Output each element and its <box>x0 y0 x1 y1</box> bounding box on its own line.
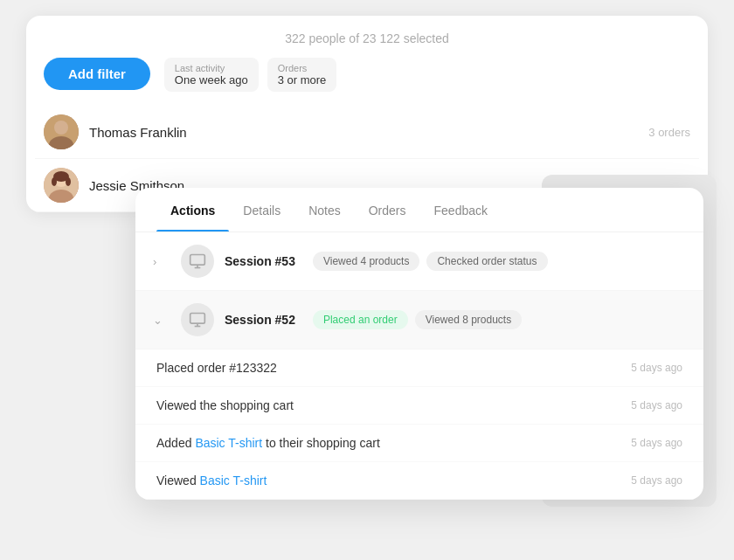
session-number: Session #53 <box>225 254 295 268</box>
activity-link[interactable]: Basic T-shirt <box>195 436 262 450</box>
desktop-icon <box>181 245 214 278</box>
badge-viewed-products: Viewed 4 products <box>313 252 420 271</box>
activity-section: Placed order #123322 5 days ago Viewed t… <box>135 349 703 500</box>
person-orders: 3 orders <box>648 126 690 139</box>
chevron-down-icon[interactable]: ⌄ <box>153 314 170 327</box>
tab-notes[interactable]: Notes <box>294 188 355 232</box>
session-badges: Placed an order Viewed 8 products <box>313 310 686 329</box>
svg-point-8 <box>66 177 71 186</box>
activity-time: 5 days ago <box>631 399 682 411</box>
tab-actions[interactable]: Actions <box>156 188 229 232</box>
filter-tag-value: 3 or more <box>278 73 327 86</box>
person-name: Thomas Franklin <box>89 125 638 140</box>
activity-text: Viewed the shopping cart <box>156 398 620 412</box>
activity-text: Placed order #123322 <box>156 361 620 375</box>
filter-tag-label: Orders <box>278 63 327 73</box>
detail-modal: Actions Details Notes Orders Feedback › … <box>135 188 703 500</box>
session-row-52[interactable]: ⌄ Session #52 Placed an order Viewed 8 p… <box>135 291 703 349</box>
activity-row: Placed order #123322 5 days ago <box>135 349 703 387</box>
desktop-icon <box>181 303 214 336</box>
modal-tabs: Actions Details Notes Orders Feedback <box>135 188 703 232</box>
activity-time: 5 days ago <box>631 437 682 449</box>
activity-row: Viewed the shopping cart 5 days ago <box>135 387 703 425</box>
person-row[interactable]: Thomas Franklin 3 orders <box>35 106 699 159</box>
svg-rect-9 <box>190 255 205 266</box>
badge-viewed-products: Viewed 8 products <box>415 310 523 329</box>
avatar <box>44 114 79 149</box>
activity-link[interactable]: Basic T-shirt <box>200 474 267 487</box>
activity-row: Added Basic T-shirt to their shopping ca… <box>135 425 703 462</box>
svg-point-7 <box>52 177 57 186</box>
toolbar: Add filter Last activity One week ago Or… <box>26 58 708 106</box>
avatar <box>44 168 79 203</box>
selection-count: 322 people of 23 122 selected <box>26 16 708 58</box>
chevron-right-icon[interactable]: › <box>153 255 170 268</box>
session-row-53[interactable]: › Session #53 Viewed 4 products Checked … <box>135 232 703 291</box>
filter-tags: Last activity One week ago Orders 3 or m… <box>164 58 336 92</box>
badge-checked-order: Checked order status <box>426 252 547 271</box>
activity-text: Viewed Basic T-shirt <box>156 474 620 487</box>
activity-text: Added Basic T-shirt to their shopping ca… <box>156 436 620 450</box>
session-badges: Viewed 4 products Checked order status <box>313 252 686 271</box>
activity-row: Viewed Basic T-shirt 5 days ago <box>135 462 703 500</box>
svg-rect-12 <box>190 314 205 324</box>
add-filter-button[interactable]: Add filter <box>44 58 150 90</box>
svg-point-1 <box>54 121 68 135</box>
tab-orders[interactable]: Orders <box>355 188 420 232</box>
modal-body: › Session #53 Viewed 4 products Checked … <box>135 232 703 500</box>
tab-feedback[interactable]: Feedback <box>420 188 502 232</box>
filter-tag-last-activity[interactable]: Last activity One week ago <box>164 58 259 92</box>
filter-tag-label: Last activity <box>175 63 248 73</box>
filter-tag-value: One week ago <box>175 73 248 86</box>
filter-tag-orders[interactable]: Orders 3 or more <box>267 58 337 92</box>
activity-time: 5 days ago <box>631 474 682 487</box>
tab-details[interactable]: Details <box>229 188 294 232</box>
session-number: Session #52 <box>225 313 295 327</box>
activity-time: 5 days ago <box>631 362 682 374</box>
badge-placed-order: Placed an order <box>313 310 408 329</box>
